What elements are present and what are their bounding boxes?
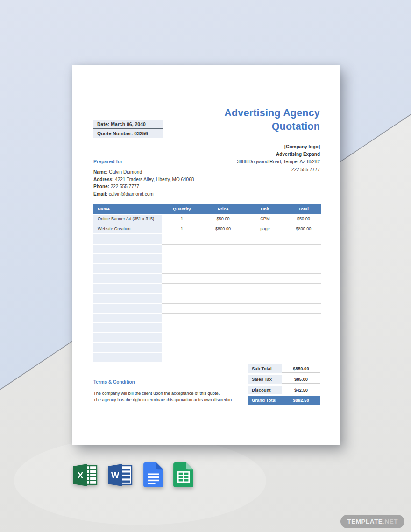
field-label: Email: — [93, 191, 107, 196]
row-cells — [162, 343, 321, 353]
row-cells — [162, 234, 321, 244]
item-name-cell — [93, 264, 162, 274]
item-unit-cell — [244, 245, 286, 254]
item-total-cell — [286, 343, 321, 352]
item-name-cell — [93, 343, 162, 353]
item-quantity-cell — [162, 234, 202, 244]
svg-text:W: W — [111, 471, 119, 480]
row-cells — [162, 304, 321, 314]
item-price-cell: $50.00 — [202, 215, 244, 224]
item-name-cell: Website Creation — [93, 224, 162, 234]
title-line-2: Quotation — [224, 120, 320, 133]
item-unit-cell — [244, 353, 286, 363]
item-unit-cell: page — [244, 224, 286, 234]
table-row-empty — [93, 284, 321, 294]
google-docs-icon[interactable] — [143, 462, 163, 487]
item-unit-cell — [244, 343, 286, 352]
item-unit-cell — [244, 314, 286, 323]
item-unit-cell — [244, 234, 286, 244]
table-row-empty — [93, 314, 321, 323]
item-unit-cell — [244, 294, 286, 303]
row-cells: 1$50.00CPM$50.00 — [162, 215, 321, 224]
field-label: Phone: — [93, 184, 109, 189]
item-price-cell — [202, 323, 244, 333]
item-quantity-cell: 1 — [162, 215, 202, 224]
item-unit-cell — [244, 254, 286, 264]
word-icon[interactable]: W — [107, 463, 133, 487]
company-phone: 222 555 7777 — [237, 166, 320, 174]
excel-icon[interactable]: X — [72, 463, 98, 487]
item-price-cell — [202, 274, 244, 283]
table-row-empty — [93, 323, 321, 333]
item-quantity-cell — [162, 274, 202, 283]
item-price-cell — [202, 333, 244, 343]
item-total-cell — [286, 323, 321, 333]
item-name-cell — [93, 245, 162, 254]
row-cells — [162, 333, 321, 343]
item-unit-cell: CPM — [244, 215, 286, 224]
prepared-for-field: Address: 4221 Traders Alley, Liberty, MO… — [93, 176, 194, 183]
company-name: Advertising Expand — [237, 151, 320, 158]
item-quantity-cell — [162, 254, 202, 264]
row-cells — [162, 284, 321, 294]
item-quantity-cell — [162, 323, 202, 333]
table-row: Website Creation1$800.00page$800.00 — [93, 224, 321, 234]
item-quantity-cell — [162, 333, 202, 343]
items-table-header: NameQuantityPriceUnitTotal — [93, 204, 321, 214]
total-value: $850.00 — [282, 364, 320, 373]
row-cells — [162, 323, 321, 333]
item-unit-cell — [244, 333, 286, 343]
item-quantity-cell — [162, 294, 202, 303]
item-total-cell — [286, 314, 321, 323]
row-cells — [162, 245, 321, 254]
item-price-cell: $800.00 — [202, 224, 244, 234]
row-cells — [162, 353, 321, 363]
terms-line: The agency has the right to terminate th… — [93, 397, 232, 404]
item-price-cell — [202, 304, 244, 313]
item-price-cell — [202, 314, 244, 323]
total-row: Discount$42.50 — [248, 386, 320, 394]
document-title: Advertising Agency Quotation — [224, 106, 320, 133]
grand-total-row: Grand Total$892.50 — [248, 396, 320, 405]
item-price-cell — [202, 294, 244, 303]
item-total-cell: $800.00 — [286, 224, 321, 234]
item-name-cell — [93, 353, 162, 363]
watermark-bold-text: TEMPLATE — [347, 518, 383, 525]
quote-number: Quote Number: 03256 — [93, 129, 163, 138]
item-total-cell — [286, 294, 321, 303]
item-total-cell — [286, 264, 321, 273]
google-sheets-icon[interactable] — [173, 462, 193, 487]
item-quantity-cell — [162, 264, 202, 273]
row-cells — [162, 314, 321, 323]
column-header-unit: Unit — [244, 204, 286, 214]
svg-text:X: X — [78, 470, 84, 480]
terms-lines: The company will bill the client upon th… — [93, 390, 232, 404]
item-unit-cell — [244, 284, 286, 293]
table-row-empty — [93, 304, 321, 314]
company-logo-placeholder: [Company logo] — [237, 143, 320, 151]
item-price-cell — [202, 353, 244, 363]
item-total-cell — [286, 254, 321, 264]
item-total-cell — [286, 353, 321, 363]
total-row: Sub Total$850.00 — [248, 364, 320, 373]
title-line-1: Advertising Agency — [224, 106, 320, 120]
item-total-cell — [286, 333, 321, 343]
item-quantity-cell — [162, 245, 202, 254]
total-value: $42.50 — [282, 386, 320, 394]
column-header-total: Total — [286, 204, 321, 214]
table-row-empty — [93, 245, 321, 254]
total-label: Sub Total — [248, 364, 282, 373]
item-quantity-cell — [162, 314, 202, 323]
item-quantity-cell — [162, 284, 202, 293]
item-name-cell — [93, 323, 162, 333]
item-price-cell — [202, 264, 244, 273]
column-header-name: Name — [93, 204, 162, 214]
row-cells — [162, 294, 321, 304]
field-label: Name: — [93, 169, 108, 175]
column-header-quantity: Quantity — [162, 204, 202, 214]
terms-line: The company will bill the client upon th… — [93, 390, 232, 397]
row-cells — [162, 254, 321, 264]
totals-block: Sub Total$850.00Sales Tax$85.00Discount$… — [248, 364, 320, 405]
table-row-empty — [93, 333, 321, 343]
item-total-cell — [286, 245, 321, 254]
